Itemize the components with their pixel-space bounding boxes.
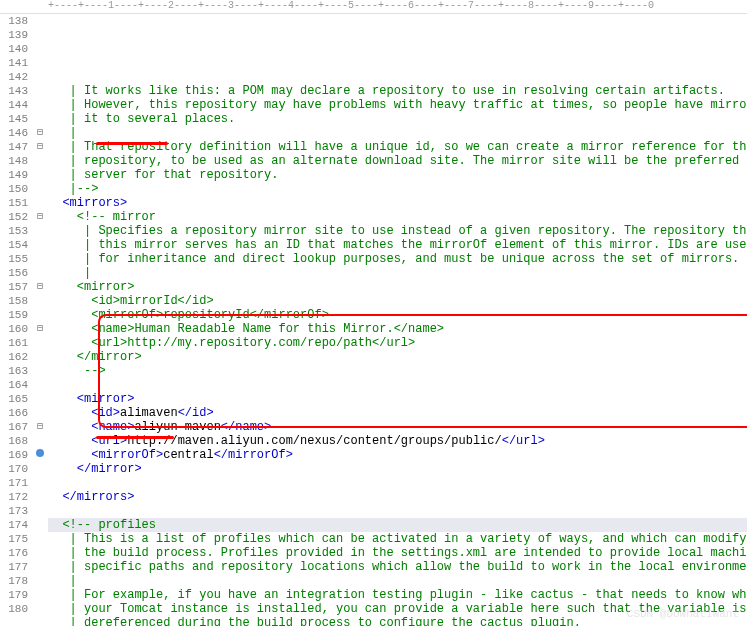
line-number[interactable]: 177 bbox=[0, 560, 28, 574]
line-number[interactable]: 140 bbox=[0, 42, 28, 56]
fold-marker[interactable] bbox=[32, 518, 48, 532]
fold-marker[interactable] bbox=[32, 560, 48, 574]
line-number[interactable]: 155 bbox=[0, 252, 28, 266]
fold-marker[interactable] bbox=[32, 364, 48, 378]
code-line[interactable]: | server for that repository. bbox=[48, 168, 747, 182]
fold-marker[interactable] bbox=[32, 112, 48, 126]
code-line[interactable]: </mirrors> bbox=[48, 490, 747, 504]
line-number[interactable]: 165 bbox=[0, 392, 28, 406]
code-line[interactable]: | the build process. Profiles provided i… bbox=[48, 546, 747, 560]
code-line[interactable]: --> bbox=[48, 364, 747, 378]
line-number[interactable]: 178 bbox=[0, 574, 28, 588]
code-line[interactable]: <url>http://my.repository.com/repo/path<… bbox=[48, 336, 747, 350]
code-line[interactable]: | However, this repository may have prob… bbox=[48, 98, 747, 112]
line-number[interactable]: 180 bbox=[0, 602, 28, 616]
line-number[interactable]: 159 bbox=[0, 308, 28, 322]
code-line[interactable]: | specific paths and repository location… bbox=[48, 560, 747, 574]
fold-marker[interactable] bbox=[32, 350, 48, 364]
code-line[interactable]: | repository, to be used as an alternate… bbox=[48, 154, 747, 168]
code-line[interactable]: | This is a list of profiles which can b… bbox=[48, 532, 747, 546]
fold-marker[interactable] bbox=[32, 70, 48, 84]
code-line[interactable] bbox=[48, 476, 747, 490]
fold-marker[interactable] bbox=[32, 588, 48, 602]
code-line[interactable]: <name>Human Readable Name for this Mirro… bbox=[48, 322, 747, 336]
line-number[interactable]: 151 bbox=[0, 196, 28, 210]
line-number[interactable]: 154 bbox=[0, 238, 28, 252]
line-number[interactable]: 141 bbox=[0, 56, 28, 70]
code-line[interactable]: <mirrorOf>repositoryId</mirrorOf> bbox=[48, 308, 747, 322]
line-number[interactable]: 153 bbox=[0, 224, 28, 238]
line-number[interactable]: 162 bbox=[0, 350, 28, 364]
line-number[interactable]: 143 bbox=[0, 84, 28, 98]
fold-marker[interactable] bbox=[32, 448, 48, 462]
line-number[interactable]: 168 bbox=[0, 434, 28, 448]
line-number[interactable]: 163 bbox=[0, 364, 28, 378]
fold-marker[interactable] bbox=[32, 84, 48, 98]
line-number[interactable]: 176 bbox=[0, 546, 28, 560]
fold-marker[interactable] bbox=[32, 182, 48, 196]
editor-pane[interactable]: 1381391401411421431441451461471481491501… bbox=[0, 14, 747, 626]
line-number[interactable]: 144 bbox=[0, 98, 28, 112]
line-number[interactable]: 169 bbox=[0, 448, 28, 462]
fold-marker[interactable]: ⊟ bbox=[32, 210, 48, 224]
code-line[interactable]: | bbox=[48, 574, 747, 588]
line-number[interactable]: 148 bbox=[0, 154, 28, 168]
code-line[interactable]: <mirrors> bbox=[48, 196, 747, 210]
fold-marker[interactable] bbox=[32, 392, 48, 406]
code-line[interactable]: | it to several places. bbox=[48, 112, 747, 126]
line-number[interactable]: 146 bbox=[0, 126, 28, 140]
line-number[interactable]: 150 bbox=[0, 182, 28, 196]
line-number[interactable]: 166 bbox=[0, 406, 28, 420]
fold-marker[interactable] bbox=[32, 602, 48, 616]
fold-marker[interactable] bbox=[32, 434, 48, 448]
code-line[interactable]: |--> bbox=[48, 182, 747, 196]
fold-marker[interactable]: ⊟ bbox=[32, 280, 48, 294]
line-number[interactable]: 170 bbox=[0, 462, 28, 476]
fold-marker[interactable]: ⊟ bbox=[32, 420, 48, 434]
code-line[interactable]: <!-- profiles bbox=[48, 518, 747, 532]
line-number[interactable]: 147 bbox=[0, 140, 28, 154]
code-line[interactable]: <mirror> bbox=[48, 392, 747, 406]
line-number[interactable]: 173 bbox=[0, 504, 28, 518]
fold-marker[interactable] bbox=[32, 196, 48, 210]
code-area[interactable]: | It works like this: a POM may declare … bbox=[48, 14, 747, 626]
line-number[interactable]: 157 bbox=[0, 280, 28, 294]
line-number[interactable]: 158 bbox=[0, 294, 28, 308]
line-number[interactable]: 161 bbox=[0, 336, 28, 350]
line-gutter[interactable]: 1381391401411421431441451461471481491501… bbox=[0, 14, 32, 626]
fold-marker[interactable] bbox=[32, 532, 48, 546]
code-line[interactable]: <id>mirrorId</id> bbox=[48, 294, 747, 308]
fold-marker[interactable] bbox=[32, 14, 48, 28]
code-line[interactable]: <mirror> bbox=[48, 280, 747, 294]
line-number[interactable]: 164 bbox=[0, 378, 28, 392]
code-line[interactable]: </mirror> bbox=[48, 350, 747, 364]
fold-marker[interactable]: ⊟ bbox=[32, 140, 48, 154]
fold-marker[interactable]: ⊟ bbox=[32, 126, 48, 140]
code-line[interactable] bbox=[48, 378, 747, 392]
fold-marker[interactable] bbox=[32, 490, 48, 504]
code-line[interactable]: | Specifies a repository mirror site to … bbox=[48, 224, 747, 238]
fold-marker[interactable] bbox=[32, 294, 48, 308]
line-number[interactable]: 160 bbox=[0, 322, 28, 336]
fold-marker[interactable] bbox=[32, 406, 48, 420]
code-line[interactable]: | For example, if you have an integratio… bbox=[48, 588, 747, 602]
code-line[interactable]: <url>http://maven.aliyun.com/nexus/conte… bbox=[48, 434, 747, 448]
code-line[interactable]: | bbox=[48, 126, 747, 140]
fold-marker[interactable] bbox=[32, 574, 48, 588]
code-line[interactable]: | That repository definition will have a… bbox=[48, 140, 747, 154]
fold-marker[interactable] bbox=[32, 28, 48, 42]
line-number[interactable]: 171 bbox=[0, 476, 28, 490]
fold-marker[interactable] bbox=[32, 154, 48, 168]
line-number[interactable]: 167 bbox=[0, 420, 28, 434]
line-number[interactable]: 172 bbox=[0, 490, 28, 504]
fold-marker[interactable] bbox=[32, 546, 48, 560]
fold-marker[interactable] bbox=[32, 168, 48, 182]
line-number[interactable]: 149 bbox=[0, 168, 28, 182]
fold-marker[interactable] bbox=[32, 224, 48, 238]
line-number[interactable]: 175 bbox=[0, 532, 28, 546]
fold-marker[interactable] bbox=[32, 42, 48, 56]
line-number[interactable]: 152 bbox=[0, 210, 28, 224]
line-number[interactable]: 179 bbox=[0, 588, 28, 602]
fold-marker[interactable]: ⊟ bbox=[32, 322, 48, 336]
code-line[interactable]: <mirrorOf>central</mirrorOf> bbox=[48, 448, 747, 462]
